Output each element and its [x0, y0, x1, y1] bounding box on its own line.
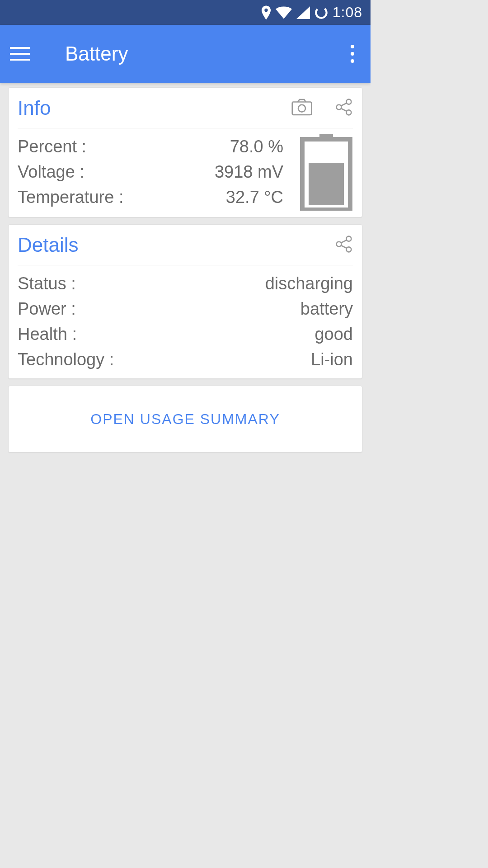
- details-card-header: Details: [18, 225, 353, 265]
- details-row-technology: Technology : Li-ion: [18, 347, 353, 372]
- share-icon[interactable]: [335, 98, 353, 118]
- info-card-header: Info: [18, 88, 353, 128]
- details-row-health: Health : good: [18, 321, 353, 347]
- app-bar: Battery: [0, 25, 371, 83]
- wifi-icon: [276, 6, 292, 19]
- details-row-status: Status : discharging: [18, 271, 353, 296]
- details-rows: Status : discharging Power : battery Hea…: [18, 265, 353, 372]
- details-row-power: Power : battery: [18, 296, 353, 321]
- health-label: Health :: [18, 321, 314, 347]
- technology-label: Technology :: [18, 347, 311, 372]
- temperature-label: Temperature :: [18, 184, 226, 210]
- battery-icon: [300, 134, 353, 211]
- power-value: battery: [300, 296, 353, 321]
- technology-value: Li-ion: [311, 347, 353, 372]
- status-label: Status :: [18, 271, 265, 296]
- info-row-voltage: Voltage : 3918 mV: [18, 159, 300, 184]
- loading-icon: [314, 6, 328, 19]
- svg-point-3: [346, 99, 351, 104]
- svg-point-11: [346, 247, 351, 252]
- open-usage-summary-button[interactable]: OPEN USAGE SUMMARY: [8, 386, 362, 453]
- camera-icon[interactable]: [291, 98, 312, 118]
- svg-rect-8: [309, 163, 344, 205]
- temperature-value: 32.7 °C: [226, 184, 300, 210]
- voltage-label: Voltage :: [18, 159, 215, 184]
- health-value: good: [314, 321, 353, 347]
- cellular-icon: [296, 6, 310, 19]
- info-row-temperature: Temperature : 32.7 °C: [18, 184, 300, 210]
- info-card-title: Info: [18, 97, 269, 119]
- percent-value: 78.0 %: [230, 134, 300, 159]
- menu-icon[interactable]: [10, 44, 30, 64]
- page-title: Battery: [65, 42, 128, 65]
- svg-point-5: [346, 110, 351, 115]
- status-time: 1:08: [333, 4, 362, 21]
- details-card-title: Details: [18, 234, 312, 256]
- svg-rect-1: [292, 102, 311, 114]
- svg-point-4: [337, 104, 342, 109]
- info-rows: Percent : 78.0 % Voltage : 3918 mV Tempe…: [18, 134, 300, 211]
- svg-point-9: [346, 236, 351, 241]
- open-usage-summary-label: OPEN USAGE SUMMARY: [90, 411, 280, 428]
- svg-point-10: [337, 241, 342, 246]
- status-value: discharging: [265, 271, 353, 296]
- svg-point-0: [314, 6, 328, 19]
- info-row-percent: Percent : 78.0 %: [18, 134, 300, 159]
- overflow-menu-icon[interactable]: [344, 45, 361, 63]
- svg-point-2: [298, 104, 305, 112]
- location-icon: [261, 5, 271, 20]
- share-icon[interactable]: [335, 235, 353, 255]
- percent-label: Percent :: [18, 134, 230, 159]
- status-bar: 1:08: [0, 0, 371, 25]
- power-label: Power :: [18, 296, 300, 321]
- content: Info Percent : 78.0 %: [0, 83, 371, 457]
- details-card: Details Status : discharging Power : bat…: [8, 224, 362, 379]
- voltage-value: 3918 mV: [215, 159, 300, 184]
- info-card: Info Percent : 78.0 %: [8, 87, 362, 217]
